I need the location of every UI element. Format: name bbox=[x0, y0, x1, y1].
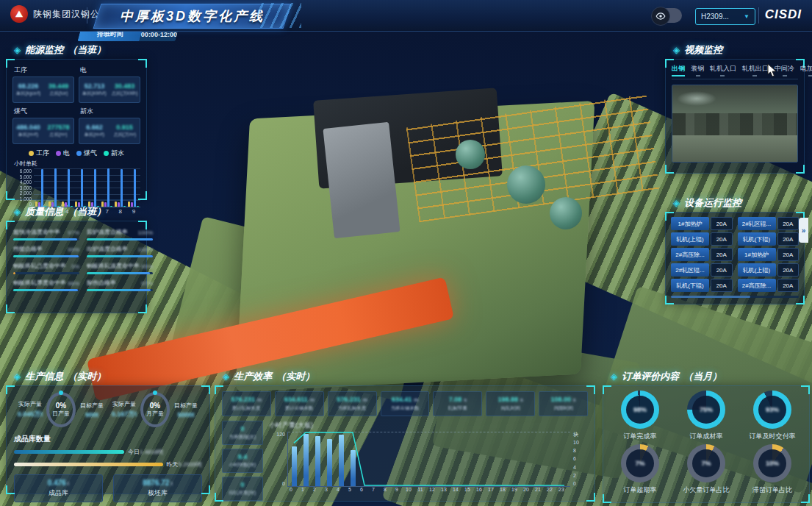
axis-tick: 23 bbox=[556, 487, 567, 492]
equipment-monitor-panel: ◈ 设备运行监控 1#加热炉20A2#轧区辊...20A轧机(上辊)20A轧机(… bbox=[665, 212, 805, 304]
dashboard-root: ⛰ 陕钢集团汉钢公司 中厚板3D数字化产线 H2309... ▼ CISDI ◈… bbox=[0, 0, 812, 506]
axis-tick: 9 bbox=[132, 208, 135, 215]
efficiency-stat-unit: s bbox=[572, 397, 576, 402]
stock-card-unit: t bbox=[68, 481, 69, 486]
video-feed[interactable] bbox=[672, 85, 798, 163]
diamond-icon: ◈ bbox=[673, 45, 680, 55]
axis-tick: 17 bbox=[485, 487, 497, 492]
equipment-row: 2#轧区辊...20A bbox=[738, 217, 800, 230]
quality-bar bbox=[13, 289, 78, 291]
efficiency-stat-unit: m bbox=[309, 397, 315, 402]
stock-bar-prefix: 今日 bbox=[128, 449, 140, 455]
axis-tick: 0 bbox=[269, 481, 285, 486]
axis-tick: 16 bbox=[473, 487, 485, 492]
video-tab[interactable]: 电加热 bbox=[800, 64, 812, 76]
quality-item: 出炉温度合格率100% bbox=[87, 245, 153, 257]
stock-card-label: 成品库 bbox=[48, 488, 68, 498]
energy-unit: 总耗(tce) bbox=[49, 90, 68, 97]
order-donut-label: 滞留订单占比 bbox=[752, 485, 792, 495]
quality-value: 99% bbox=[68, 246, 79, 253]
stock-card: 8876.72t板坯库 bbox=[113, 474, 202, 502]
efficiency-stat-label: 当班出钢米数 bbox=[391, 405, 420, 411]
energy-unit: 总耗(m³) bbox=[49, 132, 67, 138]
quality-item: 钢板终轧温度命中率95% bbox=[87, 262, 153, 274]
panel-expander-button[interactable]: » bbox=[799, 218, 808, 243]
video-tab[interactable]: 出钢 bbox=[672, 64, 685, 76]
quality-bar bbox=[87, 289, 151, 291]
efficiency-stat-label: 累计轧制长度 bbox=[232, 405, 261, 411]
quality-value: 100% bbox=[138, 229, 153, 236]
video-tab[interactable]: 轧机入口 bbox=[710, 64, 736, 76]
quality-bar-track bbox=[87, 255, 153, 257]
equipment-panel-title: ◈ 设备运行监控 bbox=[673, 196, 741, 210]
energy-unit: 总耗(万m³) bbox=[113, 132, 135, 138]
efficiency-stat-label: 纯轧时间 bbox=[501, 405, 520, 411]
legend-item: 工序 bbox=[29, 149, 49, 158]
quality-bar-track bbox=[13, 272, 79, 274]
video-panel-title: ◈ 视频监控 bbox=[673, 43, 722, 57]
quality-item-row: 钢板终轧厚度命中率98% bbox=[13, 279, 79, 287]
axis-tick: 12 bbox=[426, 487, 438, 492]
title-streaks-decoration bbox=[257, 3, 301, 28]
energy-value: 486.040 bbox=[16, 124, 40, 131]
axis-tick: 11 bbox=[414, 487, 426, 492]
energy-metric: 0.915总耗(万m³) bbox=[109, 118, 140, 143]
quality-item: 钢板终轧凸度命中率3% bbox=[13, 262, 79, 274]
energy-value: 52.713 bbox=[85, 82, 105, 90]
axis-tick: 120 bbox=[269, 432, 285, 437]
efficiency-stat-row: 576.231 m累计轧制长度634.611 m累计出钢米数576.231 m当… bbox=[222, 391, 588, 416]
bar-煤气 bbox=[107, 168, 109, 207]
diamond-icon: ◈ bbox=[223, 371, 229, 382]
production-stat: 实际产量0.045万t bbox=[14, 400, 46, 419]
bar-工序 bbox=[128, 202, 130, 207]
equipment-row: 2#轧区辊...20A bbox=[671, 263, 733, 277]
energy-value: 68.226 bbox=[18, 82, 39, 90]
quality-label: 探伤合格率 bbox=[87, 279, 116, 287]
energy-unit: 单耗(m³/t) bbox=[18, 132, 39, 138]
efficiency-stat-value: 634.611 m bbox=[284, 396, 315, 403]
equipment-scrollbar[interactable] bbox=[671, 296, 799, 298]
quality-item-row: 钢板终轧温度命中率95% bbox=[87, 262, 153, 270]
equipment-row: 轧机(上辊)20A bbox=[738, 263, 800, 277]
equipment-value: 20A bbox=[777, 232, 800, 246]
order-donut: 98% bbox=[621, 391, 659, 429]
legend-dot bbox=[56, 151, 61, 156]
axis-tick: 13 bbox=[438, 487, 450, 492]
stock-bar-value: 1.4818吨 bbox=[140, 449, 163, 455]
energy-metric: 486.040单耗(m³/t) bbox=[13, 118, 43, 143]
visibility-toggle[interactable] bbox=[653, 8, 682, 23]
video-light-glow bbox=[677, 91, 716, 106]
energy-metric: 68.226单耗(kgce/t) bbox=[13, 77, 43, 102]
axis-tick: 4 bbox=[573, 465, 588, 470]
axis-tick: 8 bbox=[573, 448, 588, 453]
quality-bar-track bbox=[13, 255, 79, 257]
bar-煤气 bbox=[121, 169, 123, 207]
diamond-icon: ◈ bbox=[14, 45, 21, 55]
equipment-name: 2#高压除... bbox=[738, 279, 776, 292]
efficiency-panel-title: ◈ 生产效率（实时） bbox=[223, 370, 315, 383]
order-donut-cell: 7%小欠量订单占比 bbox=[683, 444, 730, 495]
efficiency-box-value: 0 bbox=[240, 481, 244, 488]
stock-bar: 今日1.4818吨 bbox=[14, 448, 202, 456]
quality-value: 100% bbox=[138, 246, 153, 253]
bar-新水 bbox=[123, 206, 126, 207]
scene-select-dropdown[interactable]: H2309... ▼ bbox=[695, 8, 755, 25]
equipment-value: 20A bbox=[711, 279, 733, 292]
video-tab[interactable]: 装钢 bbox=[691, 64, 704, 76]
production-stat-value: 0.167万t bbox=[108, 410, 140, 419]
video-tab[interactable]: 轧机出口 bbox=[742, 64, 769, 76]
diamond-icon: ◈ bbox=[14, 207, 21, 217]
production-stat-label: 目标产量 bbox=[170, 402, 202, 410]
right-axis-unit: 块 bbox=[573, 432, 588, 437]
production-gauge-row: 实际产量0.045万t0%日产量目标产量900t实际产量0.167万t0%月产量… bbox=[14, 392, 202, 427]
production-stat-label: 目标产量 bbox=[76, 402, 108, 410]
axis-tick: 14 bbox=[450, 487, 461, 492]
energy-group: 煤气486.040单耗(m³/t)277578总耗(m³) bbox=[12, 107, 74, 144]
stock-bar-label: 昨天5.2935吨 bbox=[167, 460, 202, 468]
efficiency-box-label: 待轧坯量(块) bbox=[229, 489, 256, 496]
quality-item-row: 探伤合格率97% bbox=[87, 279, 153, 287]
energy-group-name: 煤气 bbox=[14, 107, 74, 116]
equipment-value: 20A bbox=[777, 263, 800, 277]
energy-unit: 单耗(kWh/t) bbox=[82, 90, 107, 97]
quality-label: 钢板终轧厚度命中率 bbox=[13, 279, 66, 287]
